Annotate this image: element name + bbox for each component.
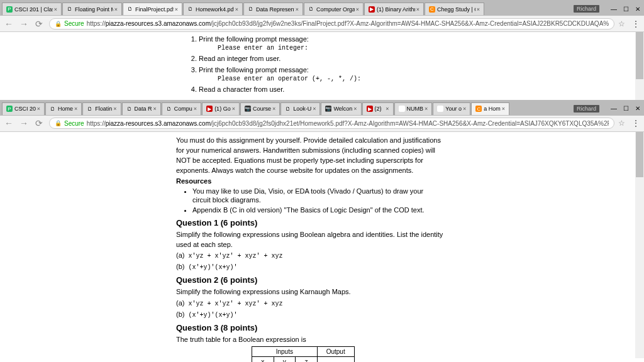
url-box[interactable]: 🔒 Secure https://piazza-resources.s3.ama… xyxy=(49,118,614,129)
tab-favicon: 📷 xyxy=(245,106,251,112)
tab-label: CSCI 201 | Class Pi xyxy=(14,6,53,13)
tab-close-icon[interactable]: × xyxy=(194,106,197,112)
user-tag: Richard xyxy=(574,5,599,13)
tab-close-icon[interactable]: × xyxy=(37,106,40,112)
browser-tab[interactable]: 🗋Home× xyxy=(45,102,82,115)
tab-favicon: 🗋 xyxy=(166,106,172,112)
browser-tab[interactable]: 🗋FinalProject.pdf× xyxy=(123,3,182,15)
tab-close-icon[interactable]: × xyxy=(296,6,299,13)
menu-icon[interactable]: ⋮ xyxy=(631,19,640,29)
tab-close-icon[interactable]: × xyxy=(153,106,157,112)
browser-tab[interactable]: MYour o× xyxy=(433,102,470,115)
close-icon[interactable]: ✕ xyxy=(635,6,640,13)
tab-label: CSCI 20 xyxy=(14,106,36,112)
tab-label: Floatin xyxy=(95,106,112,112)
minimize-icon[interactable]: — xyxy=(611,105,617,112)
tab-favicon: 🗋 xyxy=(248,6,254,13)
tab-label: Data Representati xyxy=(256,6,294,13)
maximize-icon[interactable]: ☐ xyxy=(623,105,629,112)
tab-favicon: 🗋 xyxy=(308,6,314,13)
browser-tab[interactable]: 🗋Data R× xyxy=(122,102,161,115)
scrollbar-thumb[interactable] xyxy=(636,32,643,79)
close-icon[interactable]: ✕ xyxy=(635,105,640,112)
tab-favicon: P xyxy=(6,106,13,112)
browser-tab[interactable]: 🗋Computer Organiz× xyxy=(304,3,364,15)
window-controls: Richard — ☐ ✕ xyxy=(574,105,640,112)
browser-tab[interactable]: 📷Welcon× xyxy=(321,102,361,115)
tab-label: (1) Go xyxy=(214,106,231,112)
minimize-icon[interactable]: — xyxy=(611,6,617,13)
browser-tab[interactable]: ▶(1) Binary Arithme× xyxy=(364,3,424,15)
back-icon[interactable]: ← xyxy=(4,118,14,128)
bookmark-icon[interactable]: ☆ xyxy=(618,119,625,128)
browser-tab[interactable]: CChegg Study | Gui× xyxy=(425,3,484,15)
tab-close-icon[interactable]: × xyxy=(114,6,118,13)
maximize-icon[interactable]: ☐ xyxy=(623,6,629,13)
browser-tab[interactable]: 🗋Data Representati× xyxy=(243,3,303,15)
reload-icon[interactable]: ⟳ xyxy=(34,19,44,29)
tab-label: Home xyxy=(58,106,73,112)
back-icon[interactable]: ← xyxy=(4,19,14,29)
tab-label: Look-U xyxy=(293,106,311,112)
tab-close-icon[interactable]: × xyxy=(313,106,316,112)
tab-close-icon[interactable]: × xyxy=(477,6,480,13)
browser-tab[interactable]: MNUMB× xyxy=(394,102,433,115)
doc-text: exponents. Always watch the course websi… xyxy=(176,166,472,175)
tab-close-icon[interactable]: × xyxy=(353,106,357,112)
option-b: (b) (x'+y)'(x+y)' xyxy=(176,262,472,272)
tab-close-icon[interactable]: × xyxy=(356,6,359,13)
tab-close-icon[interactable]: × xyxy=(232,106,235,112)
menu-icon[interactable]: ⋮ xyxy=(631,118,640,128)
doc-text: NOT be accepted. Equations must be prope… xyxy=(176,156,472,165)
browser-tab[interactable]: 🗋Floating Point Mul× xyxy=(62,3,122,15)
tab-close-icon[interactable]: × xyxy=(502,106,505,112)
tab-close-icon[interactable]: × xyxy=(113,106,116,112)
scrollbar[interactable] xyxy=(635,32,644,100)
forward-icon[interactable]: → xyxy=(19,19,29,29)
forward-icon[interactable]: → xyxy=(19,118,29,128)
browser-tab[interactable]: PCSCI 201 | Class Pi× xyxy=(2,3,62,15)
browser-tab[interactable]: 🗋Floatin× xyxy=(82,102,121,115)
browser-tab[interactable]: PCSCI 20× xyxy=(2,102,45,115)
browser-tab[interactable]: 📷Course× xyxy=(240,102,280,115)
tab-close-icon[interactable]: × xyxy=(463,106,466,112)
tab-close-icon[interactable]: × xyxy=(235,6,238,13)
browser-tab[interactable]: ▶(2)× xyxy=(362,102,394,115)
tab-favicon: 📷 xyxy=(325,106,331,112)
secure-label: Secure xyxy=(64,20,84,27)
table-header: Output xyxy=(317,346,354,356)
tab-close-icon[interactable]: × xyxy=(272,106,275,112)
resources-list: You may like to use Dia, Visio, or EDA t… xyxy=(176,187,472,214)
tab-close-icon[interactable]: × xyxy=(54,6,57,13)
tab-close-icon[interactable]: × xyxy=(175,6,178,13)
url-box[interactable]: 🔒 Secure https://piazza-resources.s3.ama… xyxy=(49,18,614,30)
tab-close-icon[interactable]: × xyxy=(386,106,389,112)
tab-label: NUMB xyxy=(407,106,424,112)
scrollbar[interactable] xyxy=(635,132,644,358)
browser-tab[interactable]: ▶(1) Go× xyxy=(202,102,240,115)
bookmark-icon[interactable]: ☆ xyxy=(618,19,625,28)
tab-label: Compu xyxy=(174,106,192,112)
tab-favicon: P xyxy=(6,6,13,13)
tab-close-icon[interactable]: × xyxy=(416,6,419,13)
tab-label: Chegg Study | Gui xyxy=(437,6,475,13)
browser-tab[interactable]: 🗋Compu× xyxy=(162,102,201,115)
doc-line: Print the following prompt message: Plea… xyxy=(199,65,644,84)
tab-favicon: 🗋 xyxy=(67,6,73,13)
tabs-bar: PCSCI 201 | Class Pi×🗋Floating Point Mul… xyxy=(0,0,644,16)
lock-icon: 🔒 xyxy=(55,21,62,27)
tab-favicon: ▶ xyxy=(206,106,213,112)
table-header: Inputs xyxy=(252,346,318,356)
browser-tab[interactable]: Ca Hom× xyxy=(471,102,509,115)
browser-tab[interactable]: 🗋Homework4.pdf× xyxy=(183,3,243,15)
tab-close-icon[interactable]: × xyxy=(425,106,428,112)
option-b: (b) (x'+y)'(x+y)' xyxy=(176,310,472,319)
browser-tab[interactable]: 🗋Look-U× xyxy=(280,102,320,115)
tab-favicon: M xyxy=(399,106,405,112)
reload-icon[interactable]: ⟳ xyxy=(34,118,44,128)
doc-line: Print the following prompt message: Plea… xyxy=(199,35,644,53)
doc-text: for your numerical answers. Handwritten … xyxy=(176,146,472,155)
tab-close-icon[interactable]: × xyxy=(74,106,77,112)
pdf-viewport-bottom: You must do this assignment by yourself.… xyxy=(0,132,644,358)
scrollbar-thumb[interactable] xyxy=(636,132,643,177)
